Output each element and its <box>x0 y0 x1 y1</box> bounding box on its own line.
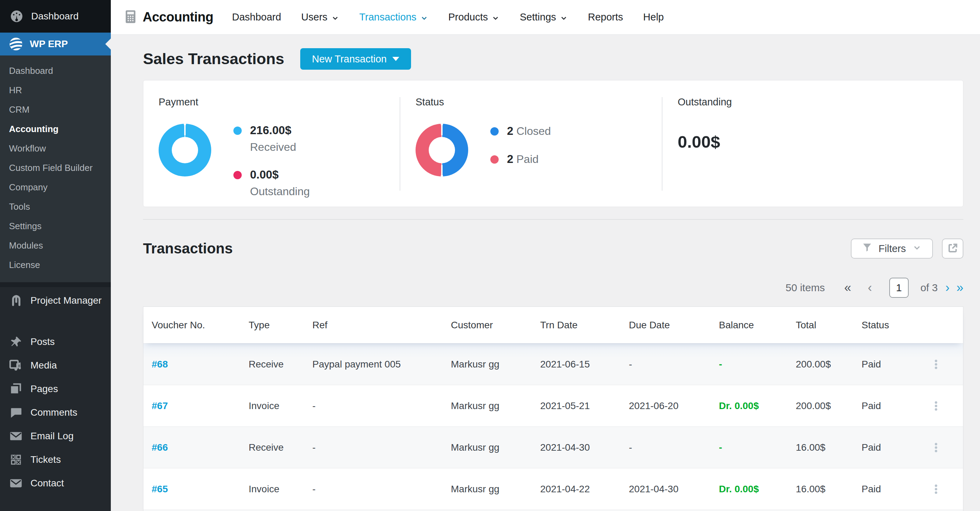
topnav-products[interactable]: Products <box>449 11 500 23</box>
sidebar-item-contact[interactable]: Contact <box>0 471 111 495</box>
menu-separator <box>0 282 111 287</box>
next-page-button[interactable]: › <box>945 281 950 294</box>
sidebar-subitem-dashboard[interactable]: Dashboard <box>0 61 111 80</box>
row-actions-kebab-icon[interactable] <box>908 343 963 385</box>
sidebar-item-label: Project Manager <box>30 295 102 306</box>
total-cell: 16.00$ <box>788 427 853 468</box>
sidebar-item-pages[interactable]: Pages <box>0 377 111 401</box>
sidebar-item-posts[interactable]: Posts <box>0 330 111 354</box>
first-page-button[interactable]: « <box>844 281 851 294</box>
dashboard-gauge-icon <box>9 10 24 23</box>
voucher-link[interactable]: #66 <box>143 427 240 468</box>
voucher-link[interactable]: #68 <box>143 343 240 385</box>
customer-cell: Markusr gg <box>442 385 532 426</box>
external-link-icon <box>947 242 959 255</box>
sidebar-item-wp-erp[interactable]: WP ERP <box>0 33 111 56</box>
sidebar-item-label: Contact <box>30 478 64 489</box>
menu-separator <box>0 314 111 330</box>
type-cell: Receive <box>240 427 304 468</box>
sidebar-item-dashboard-top[interactable]: Dashboard <box>0 0 111 33</box>
topnav-transactions[interactable]: Transactions <box>360 11 428 23</box>
sidebar-item-email-log[interactable]: Email Log <box>0 424 111 448</box>
topnav-help[interactable]: Help <box>643 11 664 23</box>
wp-erp-logo-icon <box>8 37 24 52</box>
voucher-link[interactable]: #67 <box>143 385 240 426</box>
summary-card: Payment 216.00$ Received <box>143 80 963 207</box>
closed-label: Closed <box>516 125 551 137</box>
sidebar-subitem-settings[interactable]: Settings <box>0 216 111 236</box>
sidebar-item-project-manager[interactable]: Project Manager <box>0 287 111 314</box>
sidebar-subitem-workflow[interactable]: Workflow <box>0 139 111 158</box>
items-count: 50 items <box>786 282 825 294</box>
balance-cell: Dr. 0.00$ <box>711 385 788 426</box>
status-cell: Paid <box>853 468 908 509</box>
chevron-down-icon <box>492 14 500 22</box>
filters-button[interactable]: Filters <box>851 238 933 259</box>
sidebar-item-label: Tickets <box>30 454 61 465</box>
sidebar-subitem-company[interactable]: Company <box>0 177 111 197</box>
column-header: Voucher No. <box>143 307 240 343</box>
column-header: Total <box>788 307 853 343</box>
outstanding-summary: Outstanding 0.00$ <box>662 80 963 207</box>
admin-sidebar: Dashboard WP ERP Dashboard HR CRM Accoun… <box>0 0 111 511</box>
received-value: 216.00$ <box>250 125 296 136</box>
sidebar-item-comments[interactable]: Comments <box>0 401 111 424</box>
topnav-reports[interactable]: Reports <box>588 11 623 23</box>
sidebar-subitem-accounting[interactable]: Accounting <box>0 119 111 139</box>
table-row: #68 Receive Paypal payment 005 Markusr g… <box>143 343 963 385</box>
active-menu-arrow <box>105 38 111 50</box>
sidebar-subitem-tools[interactable]: Tools <box>0 197 111 216</box>
sidebar-subitem-license[interactable]: License <box>0 255 111 275</box>
column-header: Ref <box>304 307 442 343</box>
transactions-header: Transactions Filters <box>143 238 963 259</box>
new-transaction-button[interactable]: New Transaction <box>300 48 411 70</box>
chevron-down-icon <box>331 14 339 22</box>
envelope-open-icon <box>8 429 24 443</box>
voucher-link[interactable]: #65 <box>143 468 240 509</box>
funnel-icon <box>862 242 872 255</box>
closed-count: 2 <box>507 125 513 137</box>
legend-entry-closed: 2 Closed <box>490 125 551 137</box>
pages-icon <box>8 382 24 396</box>
sidebar-item-label: Posts <box>30 336 55 347</box>
paid-label: Paid <box>516 153 538 165</box>
column-header: Trn Date <box>532 307 620 343</box>
customer-cell: Markusr gg <box>442 343 532 385</box>
sidebar-item-label: Email Log <box>30 431 74 442</box>
sidebar-subitem-crm[interactable]: CRM <box>0 100 111 119</box>
calculator-icon <box>123 9 138 26</box>
total-cell: 16.00$ <box>788 468 853 509</box>
status-summary: Status 2 Closed 2 Paid <box>400 80 662 207</box>
topnav-dashboard[interactable]: Dashboard <box>232 11 281 23</box>
caret-down-icon <box>392 57 399 61</box>
main-content: Accounting Dashboard Users Transactions … <box>111 0 980 511</box>
status-cell: Paid <box>853 343 908 385</box>
customer-cell: Markusr gg <box>442 468 532 509</box>
sidebar-subitem-modules[interactable]: Modules <box>0 236 111 255</box>
row-actions-kebab-icon[interactable] <box>908 385 963 426</box>
column-header: Status <box>853 307 908 343</box>
sidebar-item-tickets[interactable]: Tickets <box>0 448 111 471</box>
column-header: Due Date <box>620 307 711 343</box>
comment-bubble-icon <box>8 406 24 419</box>
chevron-down-icon <box>420 14 428 22</box>
sidebar-item-label: Media <box>30 360 57 371</box>
outstanding-total-value: 0.00$ <box>678 132 963 152</box>
page-number-input[interactable] <box>889 278 908 298</box>
closed-dot-icon <box>490 127 499 136</box>
last-page-button[interactable]: » <box>956 281 963 294</box>
sidebar-subitem-hr[interactable]: HR <box>0 80 111 100</box>
sidebar-subitem-custom-field-builder[interactable]: Custom Field Builder <box>0 158 111 177</box>
column-header: Type <box>240 307 304 343</box>
export-button[interactable] <box>942 238 963 259</box>
topnav-users[interactable]: Users <box>301 11 339 23</box>
topnav-settings[interactable]: Settings <box>520 11 568 23</box>
sidebar-item-media[interactable]: Media <box>0 354 111 377</box>
chevron-down-icon <box>912 243 922 255</box>
row-actions-kebab-icon[interactable] <box>908 427 963 468</box>
table-row: #67 Invoice - Markusr gg 2021-05-21 2021… <box>143 385 963 426</box>
trn-date-cell: 2021-04-22 <box>532 468 620 509</box>
section-divider <box>143 219 963 220</box>
prev-page-button[interactable]: ‹ <box>868 281 872 294</box>
row-actions-kebab-icon[interactable] <box>908 468 963 509</box>
